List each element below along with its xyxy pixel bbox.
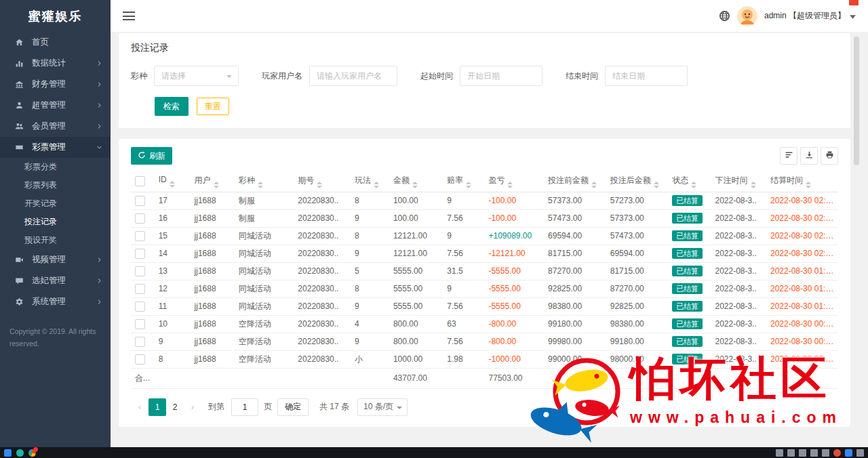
sidebar-item[interactable]: 数据统计	[0, 53, 111, 74]
sort-icon[interactable]	[466, 182, 471, 188]
cell-profit: -12121.00	[484, 245, 544, 262]
sort-icon[interactable]	[317, 182, 322, 188]
prev-page-button[interactable]: ‹	[131, 398, 149, 416]
sidebar-subitem[interactable]: 开奖记录	[0, 194, 111, 213]
next-page-button[interactable]: ›	[184, 398, 201, 416]
row-checkbox[interactable]	[135, 213, 145, 224]
cell-odds: 7.56	[443, 209, 484, 227]
avatar[interactable]	[737, 6, 757, 26]
cell-user: jj1688	[191, 350, 235, 368]
sort-icon[interactable]	[170, 181, 175, 188]
content: 投注记录 彩种 请选择 玩家用户名 起始时间	[111, 32, 868, 447]
cell-issue: 20220830..	[294, 315, 351, 333]
sort-icon[interactable]	[507, 182, 513, 188]
row-checkbox[interactable]	[135, 301, 145, 312]
row-checkbox[interactable]	[135, 284, 145, 294]
export-button[interactable]	[800, 147, 818, 165]
chevron-right-icon	[96, 257, 102, 263]
admin-menu[interactable]: admin 【超级管理员】	[764, 10, 856, 22]
row-checkbox[interactable]	[135, 266, 145, 276]
row-checkbox[interactable]	[135, 249, 145, 259]
cell-play: 8	[351, 192, 389, 209]
lottery-type-select[interactable]: 请选择	[154, 66, 239, 86]
status-badge: 已结算	[672, 230, 703, 241]
cell-odds: 7.56	[443, 245, 484, 262]
sort-icon[interactable]	[591, 182, 597, 188]
taskbar-tray-blue-icon[interactable]	[845, 449, 852, 457]
refresh-button[interactable]: 刷新	[131, 147, 172, 165]
cell-profit: +109089.00	[484, 227, 544, 245]
sort-icon[interactable]	[374, 182, 379, 188]
sidebar-subitem[interactable]: 彩票列表	[0, 176, 111, 194]
select-all-checkbox[interactable]	[135, 176, 145, 186]
sidebar-item[interactable]: 超管管理	[0, 95, 111, 116]
cell-profit: -1000.00	[484, 350, 544, 368]
row-checkbox[interactable]	[135, 337, 145, 347]
page-size-select[interactable]: 10 条/页	[357, 398, 408, 416]
download-icon	[805, 150, 814, 161]
sort-icon[interactable]	[751, 182, 756, 188]
cell-amount: 100.00	[389, 192, 443, 209]
jump-prefix: 到第	[208, 401, 224, 413]
sidebar-item[interactable]: 视频管理	[0, 249, 111, 270]
status-badge: 已结算	[672, 354, 703, 365]
taskbar-edge-icon[interactable]	[16, 449, 24, 457]
jump-confirm-button[interactable]: 确定	[277, 398, 309, 416]
sort-icon[interactable]	[214, 182, 219, 188]
table-row: 14jj1688同城活动20220830..912121.007.56-1212…	[131, 245, 838, 262]
cell-profit: -5555.00	[484, 297, 544, 315]
username-input[interactable]	[309, 66, 397, 86]
start-date-input[interactable]	[460, 66, 542, 86]
scrollbar-thumb[interactable]	[854, 37, 859, 165]
column-header: 彩种	[235, 171, 294, 192]
sidebar-item[interactable]: 系统管理	[0, 291, 111, 312]
sidebar-subitem[interactable]: 彩票分类	[0, 158, 111, 176]
sidebar-item[interactable]: 财务管理	[0, 74, 111, 95]
page-button[interactable]: 2	[166, 398, 184, 416]
search-button[interactable]: 检索	[155, 97, 189, 116]
taskbar-tray-red-icon[interactable]	[833, 449, 841, 457]
cell-lottery: 空降活动	[235, 315, 294, 333]
taskbar-tray-icon[interactable]	[856, 449, 864, 457]
page-button[interactable]: 1	[149, 398, 166, 416]
taskbar-start-icon[interactable]	[4, 449, 12, 457]
print-icon	[825, 150, 834, 161]
taskbar-chrome-icon[interactable]	[28, 449, 36, 457]
finance-icon	[15, 80, 26, 89]
globe-icon[interactable]	[719, 10, 730, 22]
sidebar-item[interactable]: 选妃管理	[0, 270, 111, 291]
cell-user: jj1688	[191, 245, 235, 262]
taskbar-tray-icon[interactable]	[776, 449, 783, 457]
taskbar-tray-icon[interactable]	[799, 449, 806, 457]
row-checkbox[interactable]	[135, 196, 145, 206]
sidebar-menu: 首页数据统计财务管理超管管理会员管理彩票管理彩票分类彩票列表开奖记录投注记录预设…	[0, 32, 111, 312]
sort-icon[interactable]	[691, 182, 696, 188]
sidebar-item[interactable]: 彩票管理	[0, 137, 111, 158]
print-button[interactable]	[821, 147, 838, 165]
taskbar-tray-icon[interactable]	[787, 449, 795, 457]
cell-user: jj1688	[191, 297, 235, 315]
row-checkbox[interactable]	[135, 319, 145, 329]
sidebar-subitem[interactable]: 投注记录	[0, 213, 111, 231]
taskbar-tray-icon[interactable]	[822, 449, 829, 457]
cell-issue: 20220830..	[294, 280, 351, 297]
sidebar-item[interactable]: 会员管理	[0, 116, 111, 137]
page-list: ‹12›	[131, 398, 201, 416]
cell-after: 69594.00	[606, 245, 669, 262]
reset-button[interactable]: 重置	[197, 98, 229, 115]
sidebar-item[interactable]: 首页	[0, 32, 111, 53]
taskbar-tray-icon[interactable]	[810, 449, 818, 457]
column-header: 赔率	[443, 171, 484, 192]
sort-icon[interactable]	[258, 182, 263, 188]
jump-page-input[interactable]	[231, 398, 258, 416]
sort-icon[interactable]	[654, 182, 659, 188]
sidebar: 蜜獾娱乐 首页数据统计财务管理超管管理会员管理彩票管理彩票分类彩票列表开奖记录投…	[0, 0, 111, 447]
sort-icon[interactable]	[806, 182, 811, 188]
end-date-input[interactable]	[605, 66, 688, 86]
sort-icon[interactable]	[412, 182, 418, 188]
menu-toggle-icon[interactable]	[123, 12, 135, 20]
filter-columns-button[interactable]	[780, 147, 797, 165]
sidebar-subitem[interactable]: 预设开奖	[0, 231, 111, 249]
row-checkbox[interactable]	[135, 231, 145, 241]
row-checkbox[interactable]	[135, 354, 145, 365]
